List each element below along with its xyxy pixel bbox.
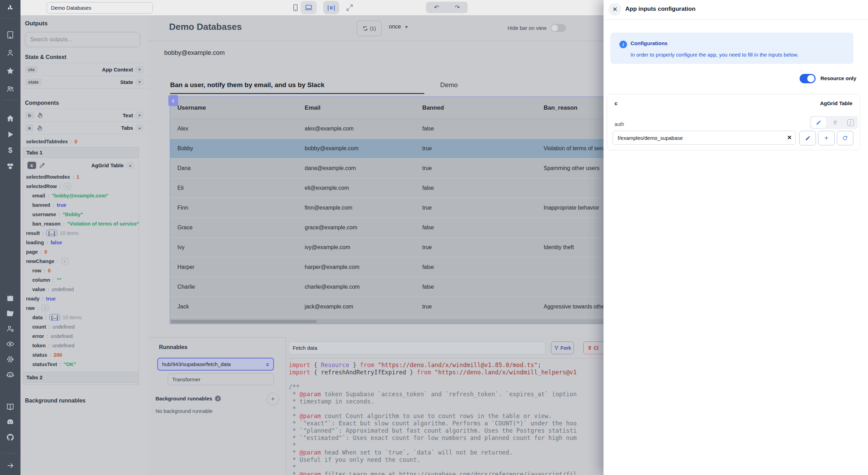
output-kv-row[interactable]: token:undefined	[26, 341, 141, 350]
horizontal-scrollbar[interactable]	[170, 319, 603, 324]
chevron-up-icon[interactable]: ▴	[126, 162, 134, 169]
chevron-up-icon[interactable]: ▴	[135, 124, 144, 132]
rail-gear-icon[interactable]	[0, 351, 20, 367]
rail-dollar-icon[interactable]: $	[0, 142, 20, 158]
add-background-runnable-button[interactable]: +	[267, 393, 279, 405]
output-kv-row[interactable]: statusText:"OK"	[26, 359, 141, 369]
table-row[interactable]: Elieli@example.comfalse	[170, 178, 603, 198]
clear-input-icon[interactable]: ✕	[785, 134, 794, 141]
output-kv-row[interactable]: column:""	[26, 275, 141, 285]
rail-star-icon[interactable]	[0, 62, 20, 80]
column-header-username[interactable]: Username	[170, 104, 298, 111]
collapse-toggle[interactable]: -	[61, 258, 68, 264]
rail-users-icon[interactable]	[0, 80, 20, 98]
chevron-down-icon[interactable]: ▾	[135, 78, 144, 86]
clear-button[interactable]: Cl	[583, 341, 603, 354]
rail-calendar-icon[interactable]	[0, 290, 20, 306]
output-kv-row[interactable]: username:"Bobby"	[26, 210, 141, 219]
array-expand-toggle[interactable]: [...]	[49, 314, 60, 321]
selected-component-tag[interactable]: c	[168, 95, 178, 106]
table-row[interactable]: Danadana@example.comtrueSpamming other u…	[170, 159, 603, 178]
output-row-c[interactable]: c AgGrid Table ▴	[23, 159, 139, 172]
output-kv-row[interactable]: count:undefined	[26, 322, 141, 331]
rail-user-cog-icon[interactable]	[0, 321, 20, 336]
output-kv-row[interactable]: selectedRow:-	[26, 181, 141, 191]
output-row-state[interactable]: state State ▾	[20, 76, 148, 88]
pencil-icon[interactable]	[39, 162, 45, 169]
table-row[interactable]: Bobbybobby@example.comtrueViolation of t…	[170, 139, 603, 159]
output-kv-row[interactable]: error:undefined	[26, 331, 141, 341]
output-kv-row[interactable]: raw:-	[26, 303, 141, 313]
output-kv-row[interactable]: status:200	[26, 350, 141, 359]
windmill-logo-icon[interactable]	[0, 0, 20, 15]
refresh-app-button[interactable]: (1)	[357, 20, 382, 36]
runnable-item-selected[interactable]: hub/943/supabase/fetch_data c	[157, 358, 274, 371]
collapse-toggle[interactable]: -	[64, 183, 71, 189]
redo-button[interactable]: ↷	[450, 3, 464, 12]
rail-play-icon[interactable]	[0, 126, 20, 142]
rail-github-icon[interactable]	[0, 430, 20, 445]
tab-ban-user[interactable]: Ban a user, notify them by email, and us…	[170, 81, 424, 94]
tabs2-header[interactable]: Tabs 2	[23, 372, 139, 383]
output-kv-row[interactable]: ban_reason:"Violation of terms of servic…	[26, 219, 141, 228]
column-header-email[interactable]: Email	[298, 104, 415, 111]
connect-mode-button[interactable]	[829, 117, 841, 128]
tab-demo[interactable]: Demo	[433, 81, 465, 94]
output-kv-row[interactable]: result:[...]10 items	[26, 228, 141, 238]
rail-discord-icon[interactable]	[0, 414, 20, 430]
table-row[interactable]: Finnfinn@example.comtrueInappropriate be…	[170, 198, 603, 218]
refresh-resource-button[interactable]	[837, 131, 853, 145]
column-header-ban_reason[interactable]: Ban_reason	[536, 104, 603, 111]
aggrid-table-component[interactable]: UsernameEmailBannedBan_reason Alexalex@e…	[170, 96, 603, 324]
table-row[interactable]: Ivyivy@example.comtrueIdentity theft	[170, 238, 603, 257]
close-icon[interactable]: ✕	[609, 3, 621, 16]
undo-button[interactable]: ↶	[429, 3, 443, 12]
rail-book-icon[interactable]	[0, 399, 20, 414]
output-kv-row[interactable]: row:0	[26, 266, 141, 275]
output-row-b[interactable]: b Text ▾	[20, 109, 148, 121]
rail-user-icon[interactable]	[0, 44, 20, 62]
app-name-input[interactable]	[47, 2, 153, 14]
rail-home-icon[interactable]	[0, 110, 20, 126]
rail-folder-icon[interactable]	[0, 306, 20, 321]
tabs1-header[interactable]: Tabs 1	[23, 147, 139, 158]
resource-only-toggle[interactable]	[800, 74, 816, 83]
eval-mode-button[interactable]: f	[844, 117, 857, 128]
output-kv-row[interactable]: page:0	[26, 247, 141, 256]
table-row[interactable]: Alexalex@example.comfalse	[170, 119, 603, 139]
selected-tab-index-line[interactable]: selectedTabIndex : 0	[26, 137, 77, 146]
output-row-ctx[interactable]: ctx App Context ▾	[20, 63, 148, 76]
add-resource-button[interactable]: +	[818, 131, 835, 145]
output-kv-row[interactable]: selectedRowIndex:1	[26, 172, 141, 181]
static-mode-button[interactable]	[811, 117, 826, 128]
table-row[interactable]: Charliecharlie@example.comfalse	[170, 277, 603, 297]
output-kv-row[interactable]: newChange:-	[26, 256, 141, 266]
search-outputs-input[interactable]	[25, 32, 140, 47]
table-row[interactable]: Jackjack@example.comtrueAggressive towar…	[170, 297, 603, 317]
desktop-view-button[interactable]	[301, 1, 317, 14]
rail-expand-button[interactable]	[0, 459, 20, 473]
runnable-name-input[interactable]	[288, 341, 545, 354]
rail-robot-icon[interactable]	[0, 367, 20, 382]
edit-resource-button[interactable]	[799, 131, 816, 145]
component-outline-toggle[interactable]: |o|	[323, 1, 339, 14]
resource-path-input[interactable]	[612, 131, 796, 145]
table-row[interactable]: Gracegrace@example.comfalse	[170, 218, 603, 238]
code-content[interactable]: import { Resource } from "https://deno.l…	[289, 362, 577, 475]
output-kv-row[interactable]: email:"bobby@example.com"	[26, 191, 141, 200]
rail-eye-icon[interactable]	[0, 336, 20, 351]
output-row-a[interactable]: a Tabs ▴	[20, 121, 148, 134]
output-kv-row[interactable]: banned:true	[26, 200, 141, 210]
output-kv-row[interactable]: ready:true	[26, 294, 141, 303]
hide-bar-toggle[interactable]	[551, 24, 566, 32]
scrollbar-thumb[interactable]	[171, 320, 317, 323]
schedule-select[interactable]: once▼	[389, 24, 409, 30]
output-kv-row[interactable]: loading:false	[26, 238, 141, 247]
column-header-banned[interactable]: Banned	[415, 104, 536, 111]
chevron-down-icon[interactable]: ▾	[135, 66, 144, 73]
rail-building-icon[interactable]	[0, 26, 20, 44]
collapse-toggle[interactable]: -	[41, 305, 49, 311]
rail-cubes-icon[interactable]	[0, 158, 20, 174]
output-kv-row[interactable]: data:[...]10 items	[26, 313, 141, 322]
fullscreen-button[interactable]	[342, 1, 358, 14]
